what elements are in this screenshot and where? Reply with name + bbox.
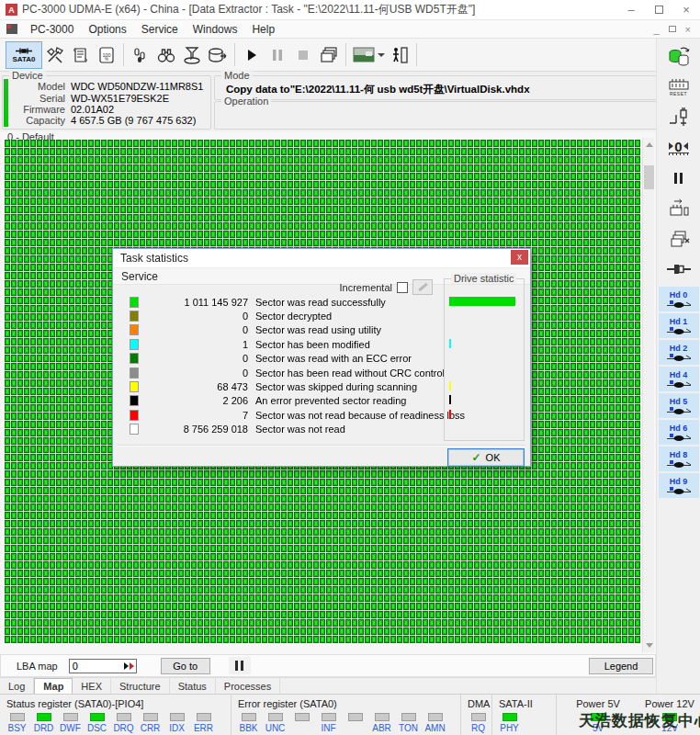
start-button[interactable] <box>239 42 265 68</box>
head-icon <box>667 433 691 442</box>
drive-statistic-bar <box>449 395 451 404</box>
screenshot-thumbnail-icon <box>353 47 375 62</box>
screenshot-button[interactable] <box>350 42 387 68</box>
indicator-lamp <box>322 713 336 721</box>
device-groupbox: Device Model WDC WD50NDZW-11MR8S1 Serial… <box>2 75 211 130</box>
menu-item[interactable]: Service <box>134 23 186 36</box>
reset-button[interactable]: RESET <box>662 74 695 99</box>
head-icon <box>667 459 691 469</box>
map-scrollbar[interactable] <box>642 138 654 652</box>
map-pause-button[interactable] <box>229 657 251 674</box>
register-indicator: DSC <box>84 713 110 733</box>
indicator-lamp <box>63 713 78 721</box>
close-windows-button[interactable] <box>662 226 695 251</box>
utility-tools-button[interactable] <box>42 42 68 68</box>
lba-format-icon[interactable] <box>124 662 134 670</box>
sector-count: 2 206 <box>142 395 248 406</box>
stop-button[interactable] <box>290 42 316 68</box>
dma-group: DMA RQ <box>461 695 492 735</box>
head-select-button[interactable]: Hd 9 <box>659 473 699 498</box>
sector-status-label: Sector has been modified <box>255 339 370 350</box>
sector-count: 68 473 <box>142 381 248 392</box>
head-icon <box>667 353 691 362</box>
indicator-lamp <box>90 713 105 721</box>
register-indicator <box>288 713 315 733</box>
minimize-icon[interactable]: – <box>617 0 645 19</box>
ok-button[interactable]: ✓ OK <box>447 448 525 467</box>
svg-text:%: % <box>105 57 108 62</box>
disk-copy-button[interactable] <box>662 44 695 69</box>
power-connector-button[interactable] <box>662 105 695 130</box>
mdi-minimize-icon[interactable]: _ <box>653 24 659 35</box>
mdi-restore-icon[interactable] <box>669 26 676 32</box>
close-icon[interactable]: × <box>672 0 700 19</box>
indicator-label: INF <box>321 723 335 733</box>
legend-color-swatch <box>130 424 139 435</box>
mdi-close-icon[interactable]: × <box>685 24 691 35</box>
dialog-close-icon[interactable]: x <box>511 250 528 265</box>
head-select-button[interactable]: Hd 0 <box>659 287 699 311</box>
view-tab[interactable]: Log <box>0 678 34 694</box>
windows-list-button[interactable] <box>316 42 342 68</box>
head-select-button[interactable]: Hd 8 <box>659 447 699 471</box>
head-label: Hd 4 <box>670 370 688 379</box>
maximize-icon[interactable] <box>645 0 672 19</box>
script-button[interactable] <box>68 42 94 68</box>
view-tab[interactable]: Processes <box>216 678 280 694</box>
connector-button[interactable] <box>662 256 695 281</box>
head-icon <box>667 379 691 389</box>
menu-item[interactable]: Options <box>81 23 133 36</box>
indicator-lamp <box>348 713 363 721</box>
save-map-button[interactable] <box>205 42 231 68</box>
device-info-row: Model WDC WD50NDZW-11MR8S1 <box>12 81 209 92</box>
goto-button[interactable]: Go to <box>161 658 210 674</box>
device-info-row: Serial WD-WX51E79ESK2E <box>12 92 209 103</box>
utility-mode-button[interactable] <box>128 42 153 68</box>
check-icon: ✓ <box>472 451 481 464</box>
scroll-down-icon[interactable] <box>643 639 655 652</box>
sector-count: 0 <box>142 324 248 335</box>
reset-chip-icon <box>668 78 690 90</box>
chip-io-button[interactable] <box>662 196 695 220</box>
exit-button[interactable] <box>387 42 412 68</box>
tab-label: Log <box>8 681 25 692</box>
head-icon <box>667 486 691 495</box>
error-register-group: Error register (SATA0) BBK UNC <box>231 695 461 735</box>
sector-status-label: Sector has been read without CRC control <box>255 368 445 379</box>
head-select-button[interactable]: Hd 4 <box>659 367 699 391</box>
chevron-down-icon <box>378 53 385 57</box>
device-field-value: 4 657.5 GB (9 767 475 632) <box>71 115 196 126</box>
scroll-up-icon[interactable] <box>643 138 655 152</box>
statistics-button[interactable]: 100% <box>94 42 119 68</box>
app-logo-icon: A <box>6 4 17 16</box>
head-select-button[interactable]: Hd 1 <box>659 313 699 338</box>
view-tab[interactable]: Structure <box>111 678 170 694</box>
head-select-button[interactable]: Hd 6 <box>659 420 699 445</box>
head-select-button[interactable]: Hd 5 <box>659 393 699 418</box>
dialog-titlebar[interactable]: Task statistics x <box>113 249 530 268</box>
zero-label: 0 <box>674 141 682 153</box>
menu-item[interactable]: PC-3000 <box>23 23 81 36</box>
head-label: Hd 0 <box>670 290 688 300</box>
legend-button[interactable]: Legend <box>589 658 653 674</box>
menu-item[interactable]: Help <box>244 23 282 36</box>
head-select-button[interactable]: Hd 2 <box>659 340 699 365</box>
scrollbar-thumb[interactable] <box>644 165 654 189</box>
indicator-lamp <box>502 713 517 721</box>
view-tab[interactable]: Status <box>170 678 216 694</box>
stop-icon <box>295 47 311 63</box>
zero-head-button[interactable]: 0 <box>662 135 695 160</box>
search-button[interactable] <box>153 42 179 68</box>
view-tab[interactable]: Map <box>34 678 73 694</box>
register-indicator <box>342 713 368 733</box>
stacked-close-icon <box>667 228 691 250</box>
pause-button[interactable] <box>265 42 290 68</box>
view-tab[interactable]: HEX <box>73 678 111 694</box>
clear-statistics-button[interactable] <box>412 279 433 295</box>
incremental-checkbox[interactable] <box>397 282 408 293</box>
menu-item[interactable]: Windows <box>186 23 245 36</box>
filter-button[interactable] <box>179 42 205 68</box>
statistics-row: 0 Sector has been read without CRC contr… <box>113 366 438 379</box>
sata0-port-button[interactable]: SATA0 <box>6 41 42 69</box>
pause-side-button[interactable] <box>662 165 695 190</box>
